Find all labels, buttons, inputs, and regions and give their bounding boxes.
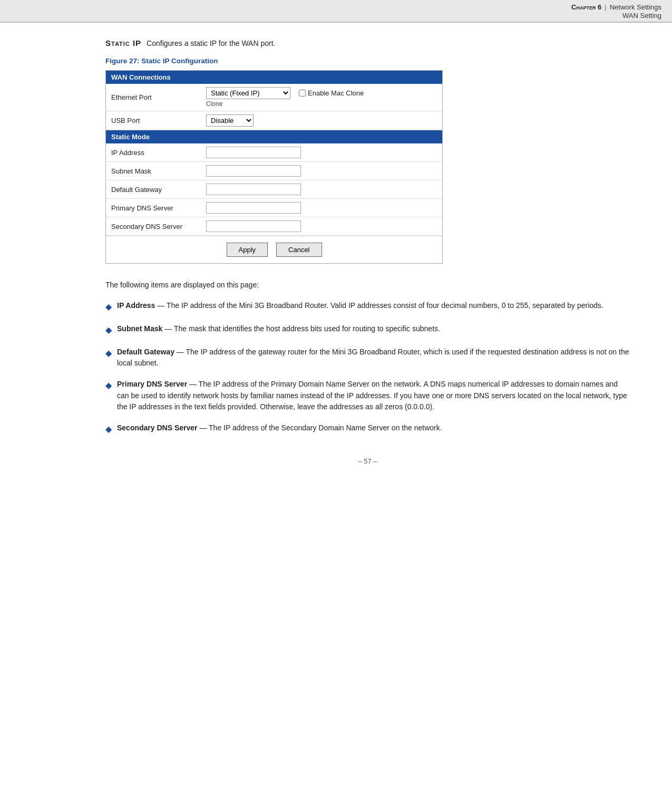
- ip-address-control: [206, 147, 301, 158]
- header-subtitle: WAN Setting: [622, 12, 661, 20]
- primary-dns-input[interactable]: [206, 202, 301, 214]
- bullet-default-gateway-text: The IP address of the gateway router for…: [117, 348, 629, 368]
- static-ip-label: Static IP: [105, 39, 141, 47]
- header-separator: |: [605, 3, 606, 11]
- bullet-secondary-dns-content: Secondary DNS Server — The IP address of…: [117, 422, 442, 434]
- figure-title: Figure 27: Static IP Configuration: [105, 57, 630, 65]
- subnet-mask-row: Subnet Mask: [106, 162, 442, 180]
- ethernet-port-label: Ethernet Port: [111, 93, 206, 101]
- page-number: – 57 –: [358, 457, 377, 465]
- bullet-default-gateway-dash: —: [177, 348, 186, 356]
- header-title: Network Settings: [610, 3, 661, 11]
- static-ip-description: Configures a static IP for the WAN port.: [147, 39, 275, 47]
- ethernet-port-row: Ethernet Port Static (Fixed IP) Enable M…: [106, 84, 442, 111]
- wan-connections-header: WAN Connections: [106, 71, 442, 84]
- bullet-diamond-icon: ◆: [105, 379, 112, 392]
- apply-button[interactable]: Apply: [227, 243, 268, 257]
- bullet-subnet-mask-term: Subnet Mask: [117, 324, 162, 333]
- page-header: Chapter 6 | Network Settings WAN Setting: [0, 0, 672, 23]
- bullet-ip-address-dash: —: [157, 301, 167, 310]
- default-gateway-input[interactable]: [206, 184, 301, 195]
- bullet-subnet-mask-dash: —: [164, 324, 174, 333]
- bullet-ip-address-text: The IP address of the Mini 3G Broadband …: [167, 301, 603, 310]
- primary-dns-row: Primary DNS Server: [106, 199, 442, 217]
- bullet-secondary-dns: ◆ Secondary DNS Server — The IP address …: [105, 422, 630, 436]
- usb-port-label: USB Port: [111, 117, 206, 124]
- default-gateway-control: [206, 184, 301, 195]
- ip-address-row: IP Address: [106, 143, 442, 162]
- secondary-dns-row: Secondary DNS Server: [106, 217, 442, 236]
- header-chapter: Chapter 6: [571, 3, 601, 11]
- mac-clone-label[interactable]: Enable Mac Clone: [299, 89, 364, 97]
- default-gateway-row: Default Gateway: [106, 180, 442, 199]
- subnet-mask-input[interactable]: [206, 165, 301, 177]
- bullet-diamond-icon: ◆: [105, 324, 112, 337]
- bullet-ip-address: ◆ IP Address — The IP address of the Min…: [105, 300, 630, 314]
- bullet-default-gateway: ◆ Default Gateway — The IP address of th…: [105, 347, 630, 369]
- bullet-subnet-mask: ◆ Subnet Mask — The mask that identifies…: [105, 323, 630, 337]
- usb-port-select[interactable]: Disable: [206, 114, 254, 127]
- wan-config-box: WAN Connections Ethernet Port Static (Fi…: [105, 70, 443, 264]
- static-mode-header: Static Mode: [106, 130, 442, 143]
- bullet-secondary-dns-dash: —: [199, 424, 209, 432]
- bullet-primary-dns: ◆ Primary DNS Server — The IP address of…: [105, 379, 630, 413]
- page-footer: – 57 –: [105, 457, 630, 476]
- subnet-mask-label: Subnet Mask: [111, 167, 206, 175]
- bullet-primary-dns-term: Primary DNS Server: [117, 380, 187, 388]
- bullet-secondary-dns-term: Secondary DNS Server: [117, 424, 198, 432]
- body-text: The following items are displayed on thi…: [105, 280, 630, 291]
- bullet-diamond-icon: ◆: [105, 347, 112, 360]
- bullet-ip-address-content: IP Address — The IP address of the Mini …: [117, 300, 603, 312]
- bullet-primary-dns-dash: —: [189, 380, 199, 388]
- main-content: Static IP Configures a static IP for the…: [0, 23, 672, 497]
- usb-port-row: USB Port Disable: [106, 111, 442, 130]
- button-row: Apply Cancel: [106, 236, 442, 263]
- secondary-dns-label: Secondary DNS Server: [111, 223, 206, 230]
- bullet-default-gateway-term: Default Gateway: [117, 348, 174, 356]
- bullet-list: ◆ IP Address — The IP address of the Min…: [105, 300, 630, 436]
- ethernet-control: Static (Fixed IP) Enable Mac Clone Clone: [206, 87, 364, 108]
- bullet-ip-address-term: IP Address: [117, 301, 155, 310]
- subnet-mask-control: [206, 165, 301, 177]
- cancel-button[interactable]: Cancel: [276, 243, 322, 257]
- bullet-subnet-mask-content: Subnet Mask — The mask that identifies t…: [117, 323, 440, 335]
- bullet-primary-dns-content: Primary DNS Server — The IP address of t…: [117, 379, 630, 413]
- static-ip-intro: Static IP Configures a static IP for the…: [105, 39, 630, 47]
- bullet-diamond-icon: ◆: [105, 301, 112, 314]
- mac-clone-checkbox[interactable]: [299, 90, 306, 97]
- primary-dns-control: [206, 202, 301, 214]
- usb-control: Disable: [206, 114, 254, 127]
- clone-subtext: Clone: [206, 100, 364, 108]
- ip-address-label: IP Address: [111, 149, 206, 157]
- bullet-diamond-icon: ◆: [105, 423, 112, 436]
- ethernet-port-select[interactable]: Static (Fixed IP): [206, 87, 290, 99]
- bullet-secondary-dns-text: The IP address of the Secondary Domain N…: [209, 424, 442, 432]
- bullet-subnet-mask-text: The mask that identifies the host addres…: [174, 324, 440, 333]
- ip-address-input[interactable]: [206, 147, 301, 158]
- secondary-dns-control: [206, 220, 301, 232]
- primary-dns-label: Primary DNS Server: [111, 204, 206, 212]
- default-gateway-label: Default Gateway: [111, 186, 206, 194]
- mac-clone-text: Enable Mac Clone: [308, 89, 364, 97]
- secondary-dns-input[interactable]: [206, 220, 301, 232]
- eth-top: Static (Fixed IP) Enable Mac Clone: [206, 87, 364, 99]
- bullet-default-gateway-content: Default Gateway — The IP address of the …: [117, 347, 630, 369]
